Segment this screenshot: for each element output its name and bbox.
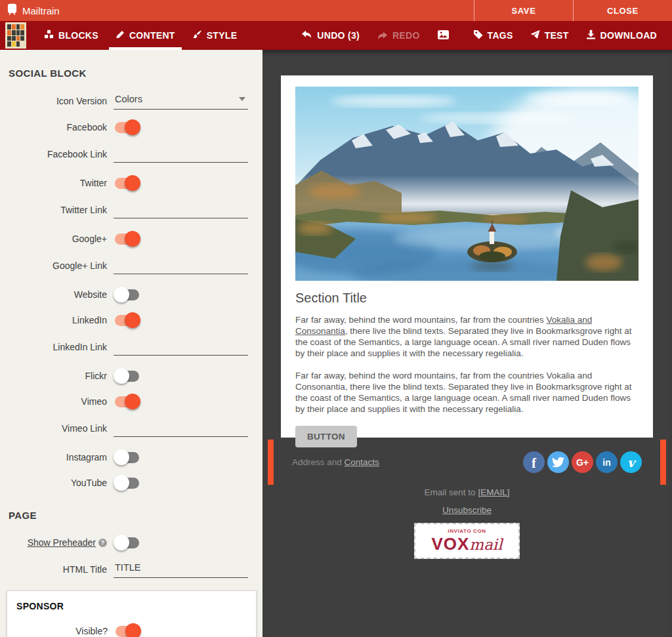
google-plus-icon[interactable]: G+ [572, 451, 593, 473]
form-row-instagram: Instagram [9, 449, 254, 465]
website-toggle[interactable] [115, 289, 139, 300]
linkedin-link-input[interactable] [114, 338, 248, 356]
hero-image[interactable] [295, 87, 639, 281]
unsubscribe-link[interactable]: Unsubscribe [442, 505, 492, 515]
save-button[interactable]: SAVE [474, 0, 573, 21]
test-label: TEST [545, 30, 569, 41]
facebook-toggle[interactable] [115, 122, 139, 133]
show-preheader-label: Show Preheader? [9, 537, 114, 548]
undo-label: UNDO (3) [317, 30, 360, 41]
top-bar: Mailtrain SAVE CLOSE [0, 0, 672, 21]
show-preheader-text[interactable]: Show Preheader [28, 537, 96, 548]
tab-content-label: CONTENT [129, 30, 175, 41]
show-preheader-toggle[interactable] [115, 537, 139, 548]
sponsor-visible-toggle[interactable] [116, 626, 140, 637]
tags-button[interactable]: TAGS [465, 21, 522, 50]
form-row-sponsor-visible: Visible? [15, 623, 248, 637]
flickr-toggle[interactable] [115, 371, 139, 382]
twitter-link-input[interactable] [114, 201, 248, 218]
form-row-youtube: YouTube [9, 475, 254, 491]
close-button[interactable]: CLOSE [573, 0, 672, 21]
redo-button[interactable]: REDO [368, 21, 429, 50]
youtube-label: YouTube [9, 478, 114, 488]
mosaico-logo [5, 22, 26, 49]
instagram-label: Instagram [9, 452, 114, 462]
vimeo-toggle[interactable] [115, 396, 139, 407]
form-row-twitter-link: Twitter Link [9, 201, 254, 218]
email-token-link[interactable]: [EMAIL] [478, 487, 509, 497]
block-selection-bar-left [268, 440, 274, 485]
linkedin-label: LinkedIn [9, 315, 114, 325]
linkedin-toggle[interactable] [115, 315, 139, 326]
form-row-facebook: Facebook [9, 119, 254, 135]
form-row-google-plus-link: Google+ Link [9, 257, 254, 274]
paragraph-1-rest: , there live the blind texts. Separated … [295, 326, 632, 358]
facebook-icon[interactable]: f [523, 451, 545, 473]
facebook-link-input[interactable] [114, 145, 248, 163]
tab-blocks[interactable]: BLOCKS [35, 21, 107, 50]
undo-button[interactable]: UNDO (3) [293, 21, 368, 50]
paragraph-1[interactable]: Far far away, behind the word mountains,… [295, 314, 639, 359]
mailtrain-editor: Mailtrain SAVE CLOSE BLOCKS CONTENT STYL… [0, 0, 672, 637]
icon-version-label: Icon Version [9, 96, 114, 106]
form-row-linkedin-link: LinkedIn Link [9, 338, 254, 356]
stamp-tagline: INVIATO CON [415, 528, 518, 534]
contacts-link[interactable]: Contacts [345, 457, 379, 467]
brand: Mailtrain [0, 0, 60, 21]
unsubscribe-line: Unsubscribe [281, 505, 653, 515]
twitter-label: Twitter [9, 178, 114, 188]
sponsor-card: SPONSOR Visible? [7, 590, 257, 637]
form-row-website: Website [9, 287, 254, 302]
form-row-html-title: HTML Title [9, 560, 254, 578]
sponsor-heading: SPONSOR [16, 601, 248, 611]
google-plus-link-input[interactable] [114, 257, 248, 274]
icon-version-select[interactable]: Colors [114, 92, 248, 110]
google-plus-link-label: Google+ Link [9, 260, 114, 271]
tags-label: TAGS [488, 30, 513, 41]
email-card: Section Title Far far away, behind the w… [281, 75, 653, 438]
linkedin-icon[interactable]: in [596, 451, 618, 473]
test-button[interactable]: TEST [522, 21, 578, 50]
facebook-link-label: Facebook Link [9, 149, 114, 159]
form-row-google-plus: Google+ [9, 231, 254, 247]
vimeo-link-input[interactable] [114, 419, 248, 437]
brand-title: Mailtrain [22, 5, 60, 16]
section-title[interactable]: Section Title [295, 291, 639, 306]
blocks-icon [44, 30, 54, 41]
icon-version-value: Colors [115, 94, 142, 104]
form-row-facebook-link: Facebook Link [9, 145, 254, 163]
settings-panel: SOCIAL BLOCK Icon Version Colors Faceboo… [0, 50, 262, 637]
page-heading: PAGE [9, 510, 254, 521]
paragraph-2[interactable]: Far far away, behind the word mountains,… [295, 370, 639, 415]
tab-content[interactable]: CONTENT [107, 21, 184, 50]
chevron-down-icon [239, 97, 245, 101]
facebook-label: Facebook [9, 122, 114, 133]
form-row-icon-version: Icon Version Colors [9, 92, 254, 110]
twitter-toggle[interactable] [115, 178, 139, 189]
email-sent-text: Email sent to [425, 487, 478, 497]
paper-plane-icon [530, 30, 540, 41]
youtube-toggle[interactable] [115, 478, 139, 489]
html-title-input[interactable] [114, 560, 248, 578]
form-row-twitter: Twitter [9, 175, 254, 191]
block-selection-bar-right [660, 440, 666, 485]
voxmail-stamp[interactable]: INVIATO CON VOXmail [414, 523, 520, 559]
paragraph-1-text: Far far away, behind the word mountains,… [295, 315, 546, 325]
footer-social-block[interactable]: Address and Contacts f G+ in v [281, 440, 653, 485]
website-label: Website [9, 289, 114, 300]
instagram-toggle[interactable] [115, 452, 139, 463]
help-icon[interactable]: ? [98, 539, 107, 547]
brush-icon [192, 30, 202, 41]
google-plus-toggle[interactable] [115, 234, 139, 245]
flickr-label: Flickr [9, 371, 114, 381]
download-button[interactable]: DOWNLOAD [578, 21, 665, 50]
twitter-icon[interactable] [547, 451, 569, 473]
vimeo-icon[interactable]: v [620, 451, 642, 473]
social-icons: f G+ in v [523, 451, 642, 473]
gallery-button[interactable] [429, 21, 458, 50]
history-group: UNDO (3) REDO [293, 21, 457, 50]
tab-style-label: STYLE [207, 30, 238, 41]
undo-icon [301, 30, 312, 41]
tab-style[interactable]: STYLE [184, 21, 246, 50]
export-group: TAGS TEST DOWNLOAD [465, 21, 665, 50]
